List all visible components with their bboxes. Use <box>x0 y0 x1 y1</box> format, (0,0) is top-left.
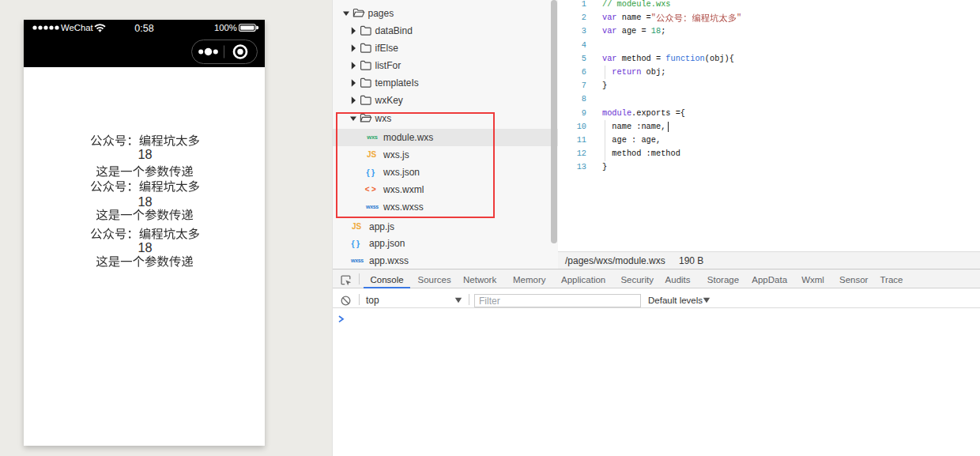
svg-text:0:58: 0:58 <box>134 23 153 34</box>
svg-text:WeChat: WeChat <box>61 23 93 32</box>
svg-text:100%: 100% <box>214 23 237 32</box>
